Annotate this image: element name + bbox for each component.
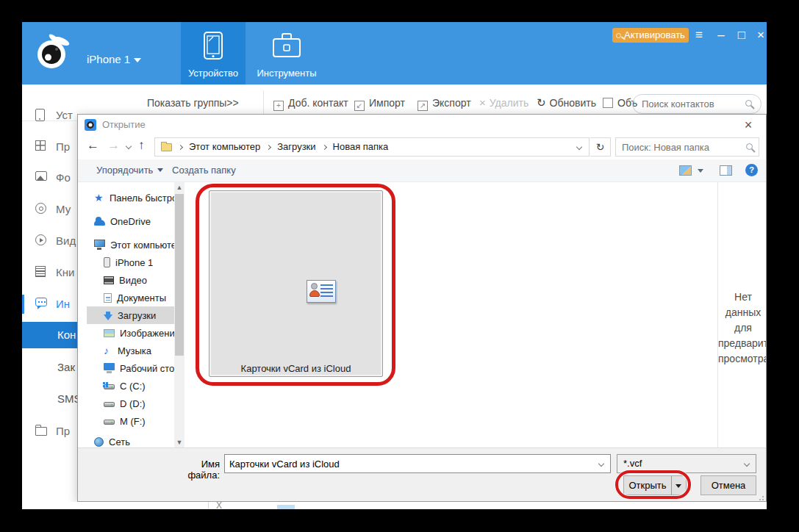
chevron-down-icon	[134, 58, 141, 62]
menu-button[interactable]: ≡	[691, 28, 707, 43]
breadcrumb[interactable]: Этот компьютерЗагрузкиНовая папка	[154, 137, 590, 157]
tree-item-onedrive[interactable]: OneDrive	[78, 212, 174, 230]
tree-item-pictures[interactable]: Изображения	[78, 324, 174, 342]
export-button[interactable]: ↗Экспорт	[418, 96, 471, 110]
column-divider	[208, 502, 209, 509]
view-mode-chevron-icon[interactable]	[698, 169, 703, 173]
tree-item-videos[interactable]: Видео	[78, 271, 174, 289]
search-icon	[745, 100, 752, 107]
import-button[interactable]: ↙Импорт	[354, 96, 405, 110]
breadcrumb-this-pc[interactable]: Этот компьютер	[189, 141, 260, 152]
organize-menu[interactable]: Упорядочить	[96, 165, 163, 176]
app-background-strip: Х	[22, 502, 767, 509]
help-button[interactable]: ?	[745, 164, 758, 176]
tree-item-downloads[interactable]: Загрузки	[87, 306, 174, 324]
vcard-file-item[interactable]	[209, 190, 383, 377]
film-icon	[104, 276, 114, 284]
new-folder-button[interactable]: Создать папку	[172, 165, 236, 176]
tree-item-quick-access[interactable]: ★Панель быстрого	[78, 189, 174, 206]
filetype-filter-combobox[interactable]: *.vcf	[617, 454, 756, 473]
open-split-arrow-button[interactable]	[671, 475, 687, 495]
tree-scrollbar[interactable]: ▲ ▼	[174, 182, 184, 447]
tree-item-desktop[interactable]: Рабочий стол	[78, 359, 174, 377]
app-window: iPhone 1 Устройство Инструменты Активиро…	[22, 22, 767, 509]
dialog-close-button[interactable]: ×	[739, 117, 757, 133]
briefcase-icon	[271, 31, 302, 60]
dialog-titlebar[interactable]: Открытие ×	[78, 115, 766, 135]
system-drive-icon	[104, 384, 115, 389]
preview-pane: Нет данных для предварительного просмотр…	[717, 182, 767, 447]
tree-item-drive-c[interactable]: C (C:)	[78, 377, 174, 395]
dialog-search-input[interactable]	[622, 140, 739, 154]
filename-input[interactable]	[229, 457, 590, 470]
vcard-file-caption: Карточки vCard из iCloud	[209, 363, 383, 374]
minimize-icon: –	[717, 28, 724, 42]
chat-bubble-icon	[35, 298, 47, 306]
view-mode-icon[interactable]	[679, 165, 692, 176]
resize-grip[interactable]	[757, 494, 764, 500]
key-icon	[616, 33, 621, 38]
dialog-search-box[interactable]	[615, 137, 759, 157]
forward-icon: →	[107, 138, 120, 152]
device-icon	[35, 109, 45, 121]
close-button[interactable]: ×	[753, 28, 767, 43]
breadcrumb-new-folder[interactable]: Новая папка	[333, 141, 389, 152]
forward-button[interactable]: →	[107, 138, 120, 153]
contacts-search-box[interactable]	[632, 94, 762, 114]
contacts-search-input[interactable]	[642, 96, 737, 111]
refresh-button[interactable]: ↻Обновить	[537, 96, 596, 110]
minimize-button[interactable]: –	[713, 28, 729, 43]
tree-item-music[interactable]: ♪Музыка	[78, 342, 174, 359]
cancel-button[interactable]: Отмена	[701, 475, 756, 495]
back-icon: ←	[87, 138, 99, 152]
filename-combobox[interactable]	[224, 454, 611, 473]
dialog-refresh-button[interactable]: ↻	[590, 137, 611, 157]
device-selector[interactable]: iPhone 1	[87, 53, 141, 65]
cloud-icon	[94, 220, 105, 226]
tree-item-drive-m[interactable]: M (F:)	[78, 412, 174, 430]
document-icon	[104, 293, 112, 303]
card-lines-icon	[320, 284, 333, 298]
import-icon: ↙	[354, 101, 365, 111]
back-button[interactable]: ←	[87, 138, 99, 153]
tab-tools[interactable]: Инструменты	[246, 22, 328, 85]
open-button[interactable]: Открыть	[623, 475, 672, 495]
help-icon: ?	[749, 165, 754, 174]
maximize-icon: □	[738, 28, 745, 42]
maximize-button[interactable]: □	[734, 28, 750, 43]
scroll-down-icon[interactable]: ▼	[174, 437, 184, 447]
scroll-up-icon[interactable]: ▲	[174, 182, 184, 193]
download-arrow-icon	[104, 314, 112, 320]
tree-item-this-pc[interactable]: Этот компьютер	[78, 236, 174, 254]
dialog-footer: Имя файла: *.vcf Открыть Отмена	[78, 447, 766, 502]
up-button[interactable]: ↑	[138, 138, 145, 153]
file-list: Карточки vCard из iCloud	[184, 182, 717, 447]
breadcrumb-downloads[interactable]: Загрузки	[277, 141, 315, 152]
folder-icon	[161, 143, 172, 151]
close-icon: ×	[757, 28, 764, 42]
breadcrumb-separator-icon	[266, 145, 271, 150]
activate-button[interactable]: Активировать	[612, 28, 689, 43]
breadcrumb-separator-icon	[322, 145, 327, 150]
add-contact-button[interactable]: +Доб. контакт	[273, 96, 348, 110]
breadcrumb-chevron-icon[interactable]	[576, 144, 582, 150]
chevron-down-icon	[744, 461, 750, 467]
tab-device[interactable]: Устройство	[181, 22, 246, 85]
background-selection	[277, 505, 295, 509]
contact-body-icon	[309, 290, 320, 297]
chevron-down-icon[interactable]	[598, 461, 604, 467]
breadcrumb-separator-icon	[178, 145, 183, 150]
preview-pane-toggle-icon[interactable]	[720, 165, 732, 176]
tree-item-iphone[interactable]: iPhone 1	[78, 254, 174, 271]
tree-item-documents[interactable]: Документы	[78, 289, 174, 306]
delete-button[interactable]: ×Удалить	[479, 96, 529, 110]
drive-icon	[104, 420, 115, 425]
history-chevron-icon[interactable]	[126, 143, 132, 149]
tree-item-network[interactable]: Сеть	[78, 433, 174, 447]
refresh-icon: ↻	[537, 96, 546, 109]
phone-icon	[104, 257, 110, 267]
show-groups-button[interactable]: Показать группы>>	[147, 96, 239, 110]
tree-item-drive-d[interactable]: D (D:)	[78, 395, 174, 412]
play-circle-icon	[35, 234, 46, 245]
scrollbar-thumb[interactable]	[175, 194, 184, 356]
